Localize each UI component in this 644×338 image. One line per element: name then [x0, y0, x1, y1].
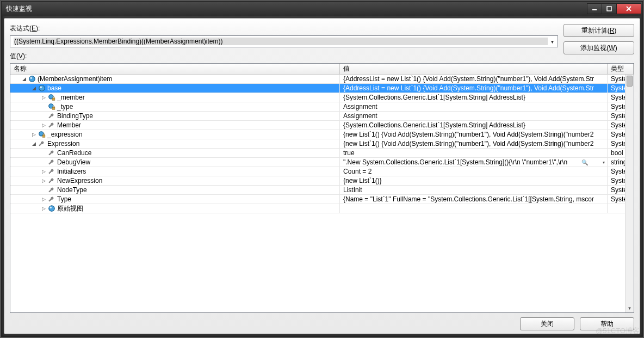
- svg-point-15: [50, 207, 52, 209]
- close-window-button[interactable]: [616, 3, 641, 14]
- obj-icon: [38, 84, 46, 92]
- col-header-type[interactable]: 类型: [608, 64, 634, 75]
- row-value-cell[interactable]: {AddressList = new List`1() {Void Add(Sy…: [340, 75, 608, 84]
- row-expander-icon[interactable]: ◢: [20, 75, 28, 83]
- row-name-text: CanReduce: [57, 149, 91, 157]
- row-value-text: {AddressList = new List`1() {Void Add(Sy…: [343, 75, 594, 83]
- row-name-text: (MemberAssignment)item: [38, 75, 112, 83]
- svg-point-5: [30, 77, 33, 79]
- lock-icon: [48, 103, 55, 110]
- row-name-text: Expression: [47, 140, 79, 148]
- row-name-cell[interactable]: ▷Initializers: [10, 167, 340, 176]
- row-name-cell[interactable]: ▷原始视图: [10, 204, 340, 213]
- wrench-icon: [48, 158, 55, 166]
- row-name-cell[interactable]: _type: [10, 102, 340, 112]
- scroll-down-icon[interactable]: ▼: [626, 304, 634, 312]
- row-value-cell[interactable]: true: [340, 149, 608, 158]
- row-value-cell[interactable]: {new List`1()}: [340, 176, 608, 186]
- row-name-cell[interactable]: NodeType: [10, 186, 340, 195]
- row-name-text: _type: [57, 103, 73, 110]
- row-name-text: base: [47, 84, 61, 92]
- svg-point-4: [29, 76, 35, 82]
- magnifier-icon[interactable]: 🔍: [581, 159, 588, 165]
- row-value-cell[interactable]: Count = 2: [340, 167, 608, 176]
- row-value-cell[interactable]: ".New System.Collections.Generic.List`1[…: [340, 158, 608, 167]
- reevaluate-button[interactable]: 重新计算(R): [564, 24, 634, 37]
- row-name-cell[interactable]: ▷_member: [10, 93, 340, 102]
- wrench-icon: [48, 186, 55, 194]
- client-area: 表达式(E): ((System.Linq.Expressions.Member…: [4, 18, 640, 334]
- row-expander-icon[interactable]: ▷: [30, 131, 38, 138]
- row-value-cell[interactable]: {AddressList = new List`1() {Void Add(Sy…: [340, 84, 608, 93]
- add-watch-button[interactable]: 添加监视(W): [564, 41, 634, 54]
- svg-rect-1: [607, 7, 611, 11]
- row-expander-icon[interactable]: ▷: [40, 168, 47, 175]
- expression-dropdown-icon[interactable]: ▾: [548, 39, 556, 45]
- minimize-button[interactable]: [587, 3, 602, 14]
- maximize-button[interactable]: [602, 3, 617, 14]
- row-value-cell[interactable]: {new List`1() {Void Add(System.String)("…: [340, 130, 608, 139]
- close-button[interactable]: 关闭: [520, 317, 574, 330]
- obj-icon: [48, 205, 55, 212]
- row-name-cell[interactable]: CanReduce: [10, 149, 340, 158]
- row-expander-icon[interactable]: ◢: [30, 84, 38, 92]
- row-name-cell[interactable]: ◢base: [10, 84, 340, 93]
- svg-point-14: [49, 206, 55, 212]
- col-header-value[interactable]: 值: [340, 64, 608, 75]
- vertical-scrollbar[interactable]: ▲ ▼: [625, 75, 634, 312]
- row-value-cell[interactable]: [340, 204, 608, 213]
- svg-rect-13: [42, 135, 45, 137]
- row-expander-icon[interactable]: [40, 186, 47, 194]
- row-name-cell[interactable]: ◢Expression: [10, 139, 340, 149]
- row-value-text: ListInit: [343, 186, 362, 194]
- row-name-text: Member: [57, 121, 81, 129]
- row-name-cell[interactable]: ▷_expression: [10, 130, 340, 139]
- row-value-cell[interactable]: Assignment: [340, 102, 608, 112]
- row-name-cell[interactable]: DebugView: [10, 158, 340, 167]
- row-value-cell[interactable]: {new List`1() {Void Add(System.String)("…: [340, 139, 608, 149]
- svg-rect-9: [52, 98, 55, 100]
- row-expander-icon[interactable]: ▷: [40, 195, 47, 203]
- row-name-cell[interactable]: ▷NewExpression: [10, 176, 340, 186]
- row-name-cell[interactable]: ◢(MemberAssignment)item: [10, 75, 340, 84]
- col-header-name[interactable]: 名称: [10, 64, 340, 75]
- svg-point-6: [39, 85, 45, 91]
- row-name-text: Type: [57, 195, 71, 203]
- row-name-text: 原始视图: [57, 204, 83, 213]
- row-expander-icon[interactable]: [40, 112, 47, 120]
- obj-icon: [28, 75, 36, 83]
- help-button[interactable]: 帮助: [580, 317, 634, 330]
- row-expander-icon[interactable]: [40, 149, 47, 157]
- watch-grid[interactable]: 名称 值 类型 ◢(MemberAssignment)item{AddressL…: [10, 63, 634, 313]
- row-value-text: {new List`1() {Void Add(System.String)("…: [343, 131, 593, 138]
- row-value-text: {Name = "List`1" FullName = "System.Coll…: [343, 195, 594, 203]
- scroll-thumb[interactable]: [627, 76, 633, 87]
- row-value-cell[interactable]: {System.Collections.Generic.List`1[Syste…: [340, 121, 608, 130]
- row-name-cell[interactable]: ▷Member: [10, 121, 340, 130]
- row-expander-icon[interactable]: [40, 158, 47, 166]
- row-value-cell[interactable]: {System.Collections.Generic.List`1[Syste…: [340, 93, 608, 102]
- row-expander-icon[interactable]: ▷: [40, 177, 47, 185]
- row-value-text: Assignment: [343, 103, 377, 110]
- row-value-text: Count = 2: [343, 168, 371, 175]
- lock-icon: [38, 131, 46, 138]
- row-type-text: string: [611, 158, 627, 166]
- row-value-cell[interactable]: {Name = "List`1" FullName = "System.Coll…: [340, 195, 608, 204]
- row-value-cell[interactable]: ListInit: [340, 186, 608, 195]
- row-expander-icon[interactable]: ▷: [40, 94, 47, 101]
- row-value-cell[interactable]: Assignment: [340, 112, 608, 121]
- row-expander-icon[interactable]: ▷: [40, 205, 47, 212]
- row-name-cell[interactable]: ▷Type: [10, 195, 340, 204]
- row-expander-icon[interactable]: ◢: [30, 140, 38, 148]
- row-expander-icon[interactable]: [40, 103, 47, 110]
- row-expander-icon[interactable]: ▷: [40, 121, 47, 129]
- dialog-footer: 关闭 帮助: [10, 313, 634, 330]
- wrench-icon: [48, 168, 55, 175]
- titlebar[interactable]: 快速监视: [2, 2, 642, 16]
- row-name-cell[interactable]: BindingType: [10, 112, 340, 121]
- wrench-icon: [48, 121, 55, 129]
- row-value-text: {AddressList = new List`1() {Void Add(Sy…: [343, 84, 594, 92]
- expression-input[interactable]: ((System.Linq.Expressions.MemberBinding)…: [10, 35, 558, 47]
- visualizer-dropdown-icon[interactable]: ▾: [603, 160, 605, 165]
- row-value-text: true: [343, 149, 355, 157]
